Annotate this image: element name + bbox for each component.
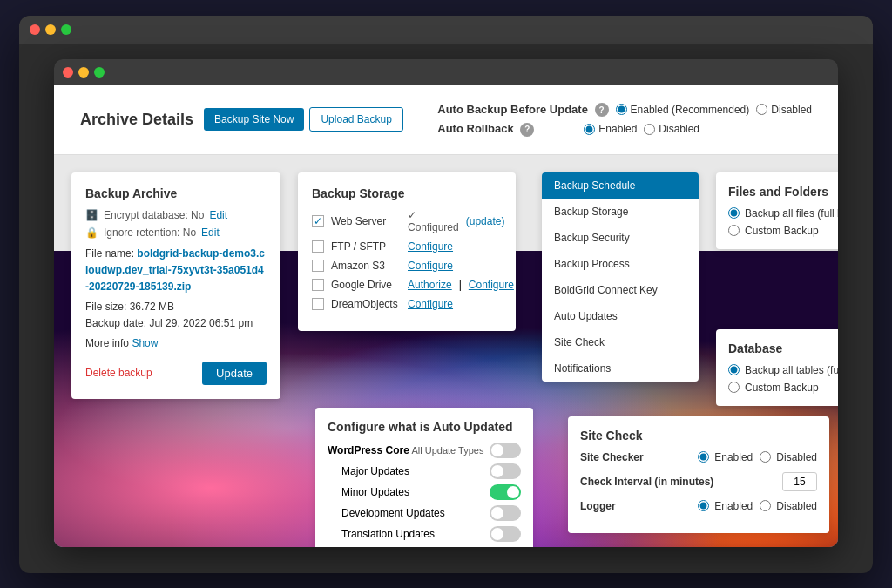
dev-updates-row: Development Updates <box>328 505 521 521</box>
auto-backup-enabled-radio[interactable] <box>616 104 627 115</box>
auto-rollback-help-icon[interactable]: ? <box>520 123 534 137</box>
auto-backup-disabled-option[interactable]: Disabled <box>756 104 812 116</box>
check-interval-input[interactable] <box>782 472 817 491</box>
wp-core-toggle[interactable] <box>490 443 521 458</box>
google-drive-checkbox[interactable] <box>312 279 324 291</box>
web-server-update-link[interactable]: (update) <box>466 215 505 227</box>
auto-rollback-disabled-option[interactable]: Disabled <box>644 123 699 135</box>
logger-disabled-label: Disabled <box>776 500 817 512</box>
google-drive-authorize-link[interactable]: Authorize <box>408 279 452 291</box>
google-drive-label: Google Drive <box>331 279 401 291</box>
ignore-edit-link[interactable]: Edit <box>201 226 220 239</box>
minor-updates-row: Minor Updates <box>328 484 521 500</box>
more-info-link[interactable]: Show <box>132 337 158 349</box>
auto-backup-enabled-label: Enabled (Recommended) <box>631 104 750 116</box>
db-custom-backup-label: Custom Backup <box>745 382 819 394</box>
header-bar: Archive Details Backup Site Now Upload B… <box>54 85 838 155</box>
outer-minimize-dot[interactable] <box>45 24 56 35</box>
storage-web-server: ✓ Web Server ✓ Configured (update) <box>312 209 502 233</box>
delete-backup-link[interactable]: Delete backup <box>85 367 152 379</box>
files-folders-title: Files and Folders <box>728 185 838 199</box>
minor-updates-label: Minor Updates <box>341 486 409 498</box>
logger-disabled-option[interactable]: Disabled <box>760 500 817 512</box>
logger-enabled-label: Enabled <box>714 500 753 512</box>
inner-window: Archive Details Backup Site Now Upload B… <box>54 59 838 547</box>
logger-enabled-option[interactable]: Enabled <box>698 500 753 512</box>
minor-updates-toggle[interactable] <box>490 484 521 500</box>
check-interval-label: Check Interval (in minutes) <box>580 476 713 488</box>
encrypt-db-row: 🗄️ Encrypt database: No Edit <box>85 209 267 221</box>
schedule-item-backup-security[interactable]: Backup Security <box>542 225 699 251</box>
database-card: Database Backup all tables (full backup)… <box>716 329 838 406</box>
storage-google-drive: Google Drive Authorize | Configure <box>312 279 502 291</box>
logger-disabled-radio[interactable] <box>760 500 771 511</box>
dev-updates-toggle[interactable] <box>490 505 521 521</box>
site-check-title: Site Check <box>580 429 817 443</box>
upload-backup-button[interactable]: Upload Backup <box>309 107 402 132</box>
update-button[interactable]: Update <box>202 362 267 385</box>
backup-archive-card: Backup Archive 🗄️ Encrypt database: No E… <box>71 172 280 399</box>
site-checker-enabled-radio[interactable] <box>698 451 709 463</box>
logger-label: Logger <box>580 500 616 512</box>
auto-rollback-disabled-radio[interactable] <box>644 124 655 135</box>
archive-title: Archive Details <box>80 111 193 129</box>
logger-enabled-radio[interactable] <box>698 500 709 511</box>
ftp-sftp-configure-link[interactable]: Configure <box>408 240 453 253</box>
files-custom-backup-label: Custom Backup <box>745 225 819 237</box>
amazon-s3-checkbox[interactable] <box>312 260 324 272</box>
files-folders-options: Backup all files (full backup) Custom Ba… <box>728 207 838 237</box>
ftp-sftp-checkbox[interactable] <box>312 240 324 253</box>
inner-close-dot[interactable] <box>63 67 73 78</box>
more-info-row: More info Show <box>85 335 267 352</box>
inner-minimize-dot[interactable] <box>78 67 89 78</box>
logger-row: Logger Enabled Disabled <box>580 500 817 512</box>
encrypt-edit-link[interactable]: Edit <box>209 209 227 221</box>
web-server-checkbox[interactable]: ✓ <box>312 215 324 227</box>
files-custom-backup-option[interactable]: Custom Backup <box>728 225 838 237</box>
check-interval-row: Check Interval (in minutes) <box>580 472 817 491</box>
schedule-item-backup-storage[interactable]: Backup Storage <box>542 199 699 225</box>
files-full-backup-option[interactable]: Backup all files (full backup) <box>728 207 838 220</box>
google-drive-configure-link[interactable]: Configure <box>469 279 514 291</box>
backup-site-now-button[interactable]: Backup Site Now <box>204 108 304 131</box>
schedule-item-auto-updates[interactable]: Auto Updates <box>542 303 699 329</box>
auto-backup-help-icon[interactable]: ? <box>595 103 609 117</box>
dreamobjects-checkbox[interactable] <box>312 298 324 310</box>
auto-rollback-enabled-radio[interactable] <box>584 124 595 135</box>
db-full-backup-label: Backup all tables (full backup) <box>745 364 838 376</box>
database-options: Backup all tables (full backup) Custom B… <box>728 364 838 394</box>
schedule-item-boldgrid-connect-key[interactable]: BoldGrid Connect Key <box>542 277 699 303</box>
inner-maximize-dot[interactable] <box>94 67 105 78</box>
schedule-item-site-check[interactable]: Site Check <box>542 329 699 355</box>
files-full-backup-radio[interactable] <box>728 207 740 219</box>
db-custom-backup-option[interactable]: Custom Backup <box>728 382 838 394</box>
outer-close-dot[interactable] <box>30 24 40 35</box>
db-custom-backup-radio[interactable] <box>728 382 740 393</box>
major-updates-toggle[interactable] <box>490 463 521 479</box>
db-full-backup-option[interactable]: Backup all tables (full backup) <box>728 364 838 376</box>
auto-update-card: Configure what is Auto Updated WordPress… <box>315 408 533 547</box>
outer-maximize-dot[interactable] <box>61 24 71 35</box>
amazon-s3-configure-link[interactable]: Configure <box>408 260 453 272</box>
file-info-block: File name: boldgrid-backup-demo3.cloudwp… <box>85 246 267 353</box>
dreamobjects-configure-link[interactable]: Configure <box>408 298 453 310</box>
db-full-backup-radio[interactable] <box>728 364 740 375</box>
ignore-retention-row: 🔒 Ignore retention: No Edit <box>85 226 267 239</box>
auto-rollback-enabled-option[interactable]: Enabled <box>584 123 637 135</box>
translation-updates-toggle[interactable] <box>490 526 521 542</box>
dreamobjects-label: DreamObjects <box>331 298 401 310</box>
site-checker-enabled-option[interactable]: Enabled <box>698 451 753 463</box>
encrypt-label: Encrypt database: No <box>104 209 204 221</box>
auto-backup-disabled-radio[interactable] <box>756 104 767 115</box>
all-update-types-label: All Update Types <box>411 445 483 456</box>
auto-backup-enabled-option[interactable]: Enabled (Recommended) <box>616 104 750 116</box>
files-custom-backup-radio[interactable] <box>728 225 740 236</box>
major-updates-row: Major Updates <box>328 463 521 479</box>
schedule-item-notifications[interactable]: Notifications <box>542 355 699 382</box>
site-checker-label: Site Checker <box>580 451 644 463</box>
site-checker-disabled-option[interactable]: Disabled <box>760 451 817 463</box>
site-checker-disabled-radio[interactable] <box>760 451 771 463</box>
schedule-item-backup-schedule[interactable]: Backup Schedule <box>542 172 699 199</box>
lock-icon: 🔒 <box>85 226 98 239</box>
schedule-item-backup-process[interactable]: Backup Process <box>542 251 699 277</box>
